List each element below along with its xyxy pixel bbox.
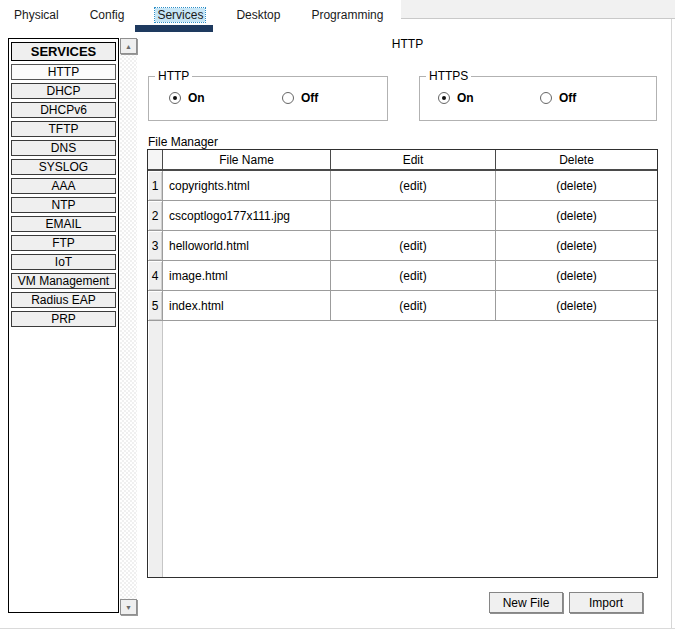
table-empty-area: [148, 321, 657, 577]
table-row: 4 image.html (edit) (delete): [148, 261, 657, 291]
file-manager-table: File Name Edit Delete 1 copyrights.html …: [147, 149, 658, 578]
row-header-gutter: [148, 321, 163, 577]
sidebar-header: SERVICES: [11, 42, 116, 61]
file-name-cell[interactable]: index.html: [163, 291, 331, 320]
table-header-row: File Name Edit Delete: [148, 150, 657, 171]
edit-link[interactable]: (edit): [331, 291, 496, 320]
sidebar-item-aaa[interactable]: AAA: [11, 178, 116, 194]
column-header-edit: Edit: [331, 150, 496, 169]
radio-label: Off: [559, 91, 576, 105]
page-title: HTTP: [145, 37, 670, 51]
tab-physical[interactable]: Physical: [8, 7, 65, 24]
sidebar-item-dns[interactable]: DNS: [11, 140, 116, 156]
scroll-up-icon: ▲: [125, 43, 132, 50]
file-name-cell[interactable]: image.html: [163, 261, 331, 290]
radio-unselected-icon: [540, 92, 552, 104]
row-number: 2: [148, 201, 163, 230]
row-number: 4: [148, 261, 163, 290]
table-row: 3 helloworld.html (edit) (delete): [148, 231, 657, 261]
sidebar-item-ntp[interactable]: NTP: [11, 197, 116, 213]
column-header-file-name: File Name: [163, 150, 331, 169]
file-name-cell[interactable]: cscoptlogo177x111.jpg: [163, 201, 331, 230]
window-right-edge: [671, 19, 672, 628]
sidebar-item-tftp[interactable]: TFTP: [11, 121, 116, 137]
radio-selected-icon: [169, 92, 181, 104]
http-groupbox: HTTP On Off: [148, 76, 388, 121]
radio-label: On: [457, 91, 474, 105]
http-group-label: HTTP: [155, 69, 192, 83]
sidebar-item-http[interactable]: HTTP: [11, 64, 116, 80]
delete-link[interactable]: (delete): [496, 291, 657, 320]
edit-link[interactable]: (edit): [331, 231, 496, 260]
tab-label: Config: [90, 8, 125, 22]
radio-label: On: [188, 91, 205, 105]
sidebar-item-dhcpv6[interactable]: DHCPv6: [11, 102, 116, 118]
edit-link[interactable]: (edit): [331, 261, 496, 290]
edit-link[interactable]: (edit): [331, 171, 496, 200]
radio-label: Off: [301, 91, 318, 105]
https-groupbox: HTTPS On Off: [419, 76, 657, 121]
scroll-down-icon: ▼: [125, 604, 132, 611]
sidebar-item-syslog[interactable]: SYSLOG: [11, 159, 116, 175]
services-sidebar: SERVICES HTTP DHCP DHCPv6 TFTP DNS SYSLO…: [8, 38, 119, 613]
delete-link[interactable]: (delete): [496, 231, 657, 260]
tab-desktop[interactable]: Desktop: [230, 7, 286, 24]
tab-label: Services: [155, 8, 205, 22]
sidebar-item-radius-eap[interactable]: Radius EAP: [11, 292, 116, 308]
sidebar-item-iot[interactable]: IoT: [11, 254, 116, 270]
file-name-cell[interactable]: copyrights.html: [163, 171, 331, 200]
https-group-label: HTTPS: [426, 69, 471, 83]
import-button[interactable]: Import: [569, 592, 643, 613]
tab-config[interactable]: Config: [84, 7, 131, 24]
sidebar-scrollbar[interactable]: ▲ ▼: [120, 38, 137, 616]
https-on-radio[interactable]: On: [438, 91, 474, 105]
delete-link[interactable]: (delete): [496, 171, 657, 200]
http-off-radio[interactable]: Off: [282, 91, 318, 105]
table-corner-cell: [148, 150, 163, 169]
sidebar-item-ftp[interactable]: FTP: [11, 235, 116, 251]
row-number: 1: [148, 171, 163, 200]
sidebar-item-prp[interactable]: PRP: [11, 311, 116, 327]
https-off-radio[interactable]: Off: [540, 91, 576, 105]
table-row: 5 index.html (edit) (delete): [148, 291, 657, 321]
scroll-down-button[interactable]: ▼: [120, 599, 137, 615]
file-name-cell[interactable]: helloworld.html: [163, 231, 331, 260]
table-row: 1 copyrights.html (edit) (delete): [148, 171, 657, 201]
http-on-radio[interactable]: On: [169, 91, 205, 105]
delete-link[interactable]: (delete): [496, 261, 657, 290]
bottom-divider: [0, 628, 675, 629]
new-file-button[interactable]: New File: [489, 592, 563, 613]
tab-label: Desktop: [236, 8, 280, 22]
radio-unselected-icon: [282, 92, 294, 104]
sidebar-item-email[interactable]: EMAIL: [11, 216, 116, 232]
tab-bar-filler: [401, 0, 675, 19]
radio-selected-icon: [438, 92, 450, 104]
row-number: 5: [148, 291, 163, 320]
table-row: 2 cscoptlogo177x111.jpg (delete): [148, 201, 657, 231]
file-manager-label: File Manager: [148, 135, 218, 149]
tab-services[interactable]: Services: [149, 7, 211, 24]
delete-link[interactable]: (delete): [496, 201, 657, 230]
edit-link: [331, 201, 496, 230]
tab-programming[interactable]: Programming: [305, 7, 389, 24]
sidebar-item-vm-management[interactable]: VM Management: [11, 273, 116, 289]
tab-label: Programming: [311, 8, 383, 22]
column-header-delete: Delete: [496, 150, 657, 169]
row-number: 3: [148, 231, 163, 260]
tab-label: Physical: [14, 8, 59, 22]
sidebar-item-dhcp[interactable]: DHCP: [11, 83, 116, 99]
scroll-up-button[interactable]: ▲: [120, 38, 137, 54]
